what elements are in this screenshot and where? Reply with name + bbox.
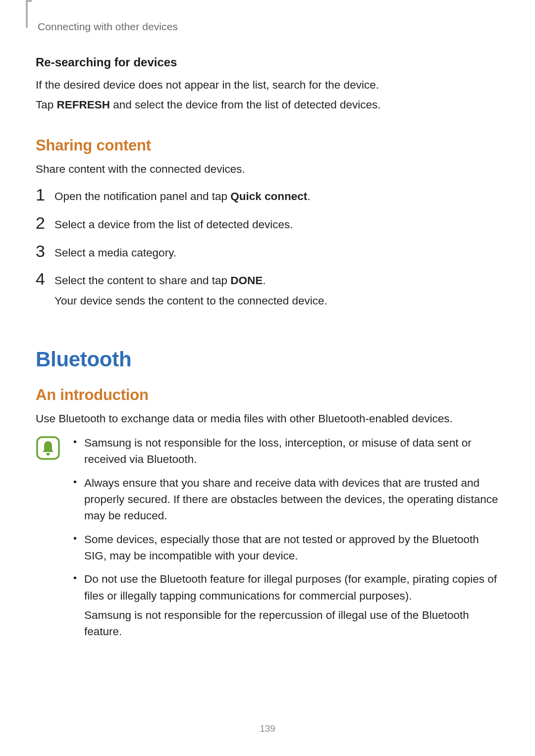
text-span: Open the notification panel and tap [54,190,230,202]
note-item: Always ensure that you share and receive… [72,475,499,524]
step-text: Select a device from the list of detecte… [54,216,499,234]
text-span: Tap [36,99,57,111]
text-span: Do not use the Bluetooth feature for ill… [84,573,497,602]
note-item: Some devices, especially those that are … [72,531,499,564]
page-number: 139 [0,723,535,734]
step-text: Select the content to share and tap DONE… [54,272,499,310]
text-span: and select the device from the list of d… [110,99,381,111]
text-bold-quick-connect: Quick connect [230,190,307,202]
step-list: 1 Open the notification panel and tap Qu… [36,188,499,310]
step-item: 4 Select the content to share and tap DO… [36,272,499,310]
text-span: . [263,274,266,287]
text-bluetooth-intro: Use Bluetooth to exchange data or media … [36,411,499,427]
page: Connecting with other devices Re-searchi… [0,0,535,756]
note-list: Samsung is not responsible for the loss,… [72,435,499,647]
text-bold-refresh: REFRESH [57,99,110,111]
step-number: 2 [36,214,54,231]
text-span: Samsung is not responsible for the reper… [84,607,499,640]
text-research-2: Tap REFRESH and select the device from t… [36,97,499,113]
heading-bluetooth: Bluetooth [36,348,499,371]
step-number: 4 [36,270,54,287]
text-bold-done: DONE [230,274,263,287]
step-item: 3 Select a media category. [36,245,499,262]
step-text: Open the notification panel and tap Quic… [54,188,499,205]
note-item: Samsung is not responsible for the loss,… [72,435,499,468]
note-item: Do not use the Bluetooth feature for ill… [72,571,499,640]
running-head: Connecting with other devices [38,21,499,33]
text-span: Select the content to share and tap [54,274,230,287]
step-item: 1 Open the notification panel and tap Qu… [36,188,499,205]
heading-research: Re-searching for devices [36,55,499,69]
step-item: 2 Select a device from the list of detec… [36,216,499,234]
step-number: 1 [36,186,54,203]
note-bell-icon [36,436,60,460]
step-subtext: Your device sends the content to the con… [54,293,499,310]
text-research-1: If the desired device does not appear in… [36,77,499,93]
step-text: Select a media category. [54,245,499,262]
step-number: 3 [36,243,54,259]
text-sharing-intro: Share content with the connected devices… [36,161,499,177]
heading-sharing: Sharing content [36,137,499,154]
margin-mark-icon [24,0,30,29]
text-span: . [307,190,310,202]
heading-introduction: An introduction [36,386,499,404]
note-block: Samsung is not responsible for the loss,… [36,435,499,647]
